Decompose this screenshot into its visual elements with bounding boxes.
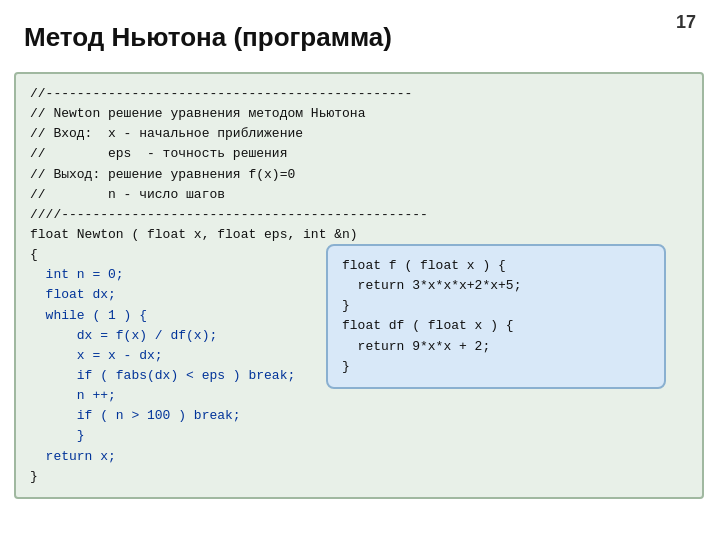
comment1: //--------------------------------------… bbox=[30, 86, 412, 101]
brace-close: } bbox=[30, 469, 38, 484]
tooltip-line1: float f ( float x ) { bbox=[342, 258, 506, 273]
comment4: // eps - точность решения bbox=[30, 146, 287, 161]
slide-title: Метод Ньютона (программа) bbox=[24, 22, 392, 53]
brace-open: { bbox=[30, 247, 38, 262]
tooltip-text: float f ( float x ) { return 3*x*x*x+2*x… bbox=[342, 256, 650, 377]
tooltip-line5: return 9*x*x + 2; bbox=[342, 339, 490, 354]
tooltip-line2: return 3*x*x*x+2*x+5; bbox=[342, 278, 521, 293]
line-dx: dx = f(x) / df(x); bbox=[30, 328, 217, 343]
tooltip-box: float f ( float x ) { return 3*x*x*x+2*x… bbox=[326, 244, 666, 389]
line-brace2: } bbox=[30, 428, 85, 443]
line-float-dx: float dx; bbox=[30, 287, 116, 302]
slide: 17 Метод Ньютона (программа) //---------… bbox=[0, 0, 720, 540]
comment5: // Выход: решение уравнения f(x)=0 bbox=[30, 167, 295, 182]
line-n: n ++; bbox=[30, 388, 116, 403]
func-sig: float Newton ( float x, float eps, int &… bbox=[30, 227, 358, 242]
line-int-n: int n = 0; bbox=[30, 267, 124, 282]
comment2: // Newton решение уравнения методом Ньют… bbox=[30, 106, 365, 121]
tooltip-line4: float df ( float x ) { bbox=[342, 318, 514, 333]
line-x: x = x - dx; bbox=[30, 348, 163, 363]
comment6: // n - число шагов bbox=[30, 187, 225, 202]
tooltip-line3: } bbox=[342, 298, 350, 313]
line-if-n: if ( n > 100 ) break; bbox=[30, 408, 241, 423]
line-return: return x; bbox=[30, 449, 116, 464]
line-if-fabs: if ( fabs(dx) < eps ) break; bbox=[30, 368, 295, 383]
comment3: // Вход: x - начальное приближение bbox=[30, 126, 303, 141]
slide-number: 17 bbox=[676, 12, 696, 33]
comment7: ////------------------------------------… bbox=[30, 207, 428, 222]
tooltip-line6: } bbox=[342, 359, 350, 374]
code-block: //--------------------------------------… bbox=[14, 72, 704, 499]
line-while: while ( 1 ) { bbox=[30, 308, 147, 323]
